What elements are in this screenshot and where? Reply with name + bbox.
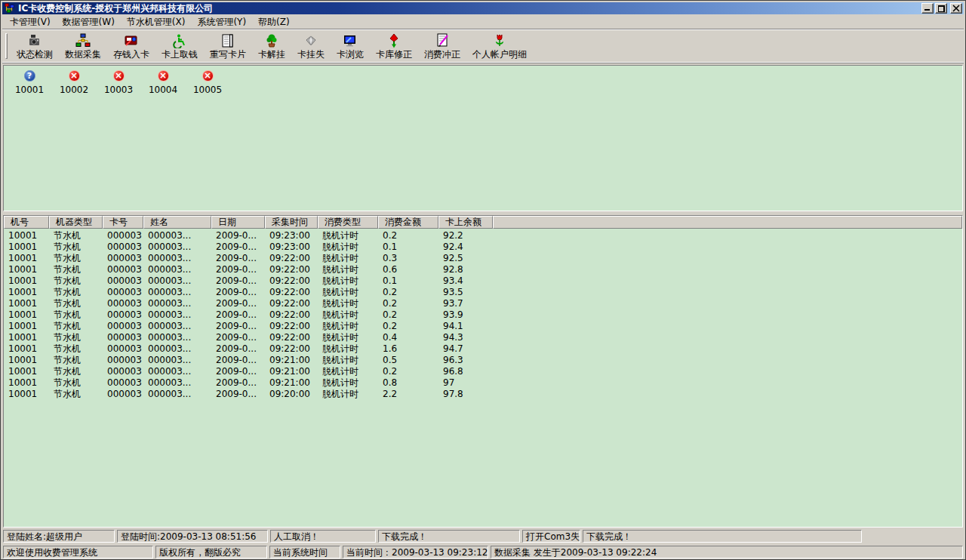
column-header[interactable]: 消费金额 bbox=[378, 216, 438, 229]
machine-status-icon bbox=[113, 70, 125, 82]
table-row[interactable]: 10001 节水机 000003 000003... 2009-0... 09:… bbox=[4, 253, 962, 264]
window-controls bbox=[921, 3, 962, 14]
cell-card-no: 000003 bbox=[103, 230, 143, 242]
cell-filler bbox=[493, 366, 962, 377]
table-row[interactable]: 10001 节水机 000003 000003... 2009-0... 09:… bbox=[4, 242, 962, 253]
machine-item[interactable]: 10001 bbox=[12, 70, 47, 95]
toolbar-button[interactable]: 重写卡片 bbox=[204, 32, 252, 60]
status-detect-icon bbox=[27, 33, 42, 48]
cell-card-balance: 96.3 bbox=[438, 355, 493, 366]
close-button[interactable] bbox=[950, 3, 962, 14]
table-row[interactable]: 10001 节水机 000003 000003... 2009-0... 09:… bbox=[4, 355, 962, 366]
restore-icon bbox=[938, 5, 945, 12]
table-row[interactable]: 10001 节水机 000003 000003... 2009-0... 09:… bbox=[4, 264, 962, 275]
cell-consume-type: 脱机计时 bbox=[318, 332, 378, 343]
status-panel: 数据采集 发生于2009-03-13 09:22:24 bbox=[491, 546, 963, 558]
table-row[interactable]: 10001 节水机 000003 000003... 2009-0... 09:… bbox=[4, 230, 962, 242]
cell-filler bbox=[493, 309, 962, 321]
cell-machine-type: 节水机 bbox=[49, 242, 103, 253]
status-panel: 当前时间：2009-03-13 09:23:12 bbox=[343, 546, 488, 558]
machine-item[interactable]: 10005 bbox=[190, 70, 225, 95]
toolbar-button[interactable]: 个人帐户明细 bbox=[466, 32, 533, 60]
cell-filler bbox=[493, 321, 962, 332]
cell-machine-no: 10001 bbox=[4, 275, 49, 287]
toolbar-button[interactable]: 数据采集 bbox=[59, 32, 107, 60]
machine-item[interactable]: 10002 bbox=[57, 70, 91, 95]
toolbar-button[interactable]: 卡挂失 bbox=[291, 32, 331, 60]
cell-machine-no: 10001 bbox=[4, 242, 49, 253]
toolbar-button[interactable]: 卡解挂 bbox=[252, 32, 291, 60]
cell-name: 000003... bbox=[143, 253, 211, 264]
table-row[interactable]: 10001 节水机 000003 000003... 2009-0... 09:… bbox=[4, 309, 962, 321]
machine-id-label: 10001 bbox=[15, 85, 44, 95]
toolbar-button-label: 卡上取钱 bbox=[162, 49, 198, 60]
cell-machine-type: 节水机 bbox=[49, 253, 103, 264]
column-header[interactable]: 采集时间 bbox=[265, 216, 318, 229]
cell-card-balance: 93.4 bbox=[438, 275, 493, 287]
table-row[interactable]: 10001 节水机 000003 000003... 2009-0... 09:… bbox=[4, 321, 962, 332]
cell-collect-time: 09:22:00 bbox=[265, 298, 318, 309]
table-row[interactable]: 10001 节水机 000003 000003... 2009-0... 09:… bbox=[4, 377, 962, 389]
menu-item[interactable]: 节水机管理(X) bbox=[121, 15, 192, 29]
cell-consume-amount: 0.1 bbox=[378, 275, 438, 287]
cell-consume-type: 脱机计时 bbox=[318, 366, 378, 377]
cell-filler bbox=[493, 298, 962, 309]
cell-filler bbox=[493, 287, 962, 298]
cell-card-balance: 94.7 bbox=[438, 343, 493, 355]
machine-status-icon bbox=[202, 70, 214, 82]
cell-card-balance: 96.8 bbox=[438, 366, 493, 377]
table-row[interactable]: 10001 节水机 000003 000003... 2009-0... 09:… bbox=[4, 366, 962, 377]
cell-consume-amount: 0.2 bbox=[378, 298, 438, 309]
column-header[interactable]: 卡号 bbox=[103, 216, 143, 229]
column-header[interactable]: 卡上余额 bbox=[438, 216, 493, 229]
column-header[interactable]: 机器类型 bbox=[49, 216, 103, 229]
toolbar-button-label: 存钱入卡 bbox=[113, 49, 149, 60]
menu-item[interactable]: 数据管理(W) bbox=[57, 15, 121, 29]
minimize-icon bbox=[924, 9, 930, 11]
cell-machine-no: 10001 bbox=[4, 253, 49, 264]
toolbar-button[interactable]: 卡浏览 bbox=[331, 32, 370, 60]
column-header[interactable]: 消费类型 bbox=[318, 216, 378, 229]
table-row[interactable]: 10001 节水机 000003 000003... 2009-0... 09:… bbox=[4, 287, 962, 298]
column-header[interactable]: 姓名 bbox=[143, 216, 211, 229]
toolbar-button[interactable]: 卡上取钱 bbox=[155, 32, 204, 60]
table-row[interactable]: 10001 节水机 000003 000003... 2009-0... 09:… bbox=[4, 332, 962, 343]
cell-consume-amount: 0.3 bbox=[378, 253, 438, 264]
restore-button[interactable] bbox=[935, 3, 947, 14]
cell-consume-type: 脱机计时 bbox=[318, 321, 378, 332]
menu-item[interactable]: 帮助(Z) bbox=[252, 15, 296, 29]
toolbar-button[interactable]: 消费冲正 bbox=[418, 32, 466, 60]
menu-item[interactable]: 系统管理(Y) bbox=[191, 15, 252, 29]
column-header[interactable]: 机号 bbox=[4, 216, 49, 229]
card-report-loss-icon bbox=[303, 33, 318, 48]
cell-card-no: 000003 bbox=[103, 242, 143, 253]
machine-item[interactable]: 10003 bbox=[101, 70, 136, 95]
table-row[interactable]: 10001 节水机 000003 000003... 2009-0... 09:… bbox=[4, 343, 962, 355]
toolbar-grip-handle[interactable] bbox=[5, 33, 8, 59]
cell-card-balance: 92.4 bbox=[438, 242, 493, 253]
toolbar-button-label: 消费冲正 bbox=[424, 49, 460, 60]
table-row[interactable]: 10001 节水机 000003 000003... 2009-0... 09:… bbox=[4, 275, 962, 287]
cell-machine-no: 10001 bbox=[4, 309, 49, 321]
toolbar-button[interactable]: 存钱入卡 bbox=[107, 32, 155, 60]
status-bar-bottom: 欢迎使用收费管理系统 版权所有，翻版必究 当前系统时间 当前时间：2009-03… bbox=[2, 545, 964, 559]
table-row[interactable]: 10001 节水机 000003 000003... 2009-0... 09:… bbox=[4, 389, 962, 400]
title-bar[interactable]: IC卡收费控制系统-授权于郑州兴邦科技有限公司 bbox=[2, 2, 964, 14]
cell-name: 000003... bbox=[143, 343, 211, 355]
cell-collect-time: 09:23:00 bbox=[265, 230, 318, 242]
column-header[interactable]: 日期 bbox=[211, 216, 265, 229]
toolbar-button[interactable]: 状态检测 bbox=[11, 32, 59, 60]
machine-id-label: 10003 bbox=[104, 85, 133, 95]
table-row[interactable]: 10001 节水机 000003 000003... 2009-0... 09:… bbox=[4, 298, 962, 309]
machine-item[interactable]: 10004 bbox=[146, 70, 180, 95]
toolbar-button[interactable]: 卡库修正 bbox=[370, 32, 418, 60]
cell-consume-amount: 2.2 bbox=[378, 389, 438, 400]
cell-machine-type: 节水机 bbox=[49, 366, 103, 377]
records-table: 机号 机器类型 卡号 姓名 日期 采集时间 消费类型 消费金额 卡上余额 bbox=[3, 215, 963, 528]
cell-card-balance: 94.3 bbox=[438, 332, 493, 343]
cell-consume-type: 脱机计时 bbox=[318, 287, 378, 298]
cell-machine-type: 节水机 bbox=[49, 389, 103, 400]
minimize-button[interactable] bbox=[921, 3, 934, 14]
cell-filler bbox=[493, 253, 962, 264]
menu-item[interactable]: 卡管理(V) bbox=[4, 15, 57, 29]
